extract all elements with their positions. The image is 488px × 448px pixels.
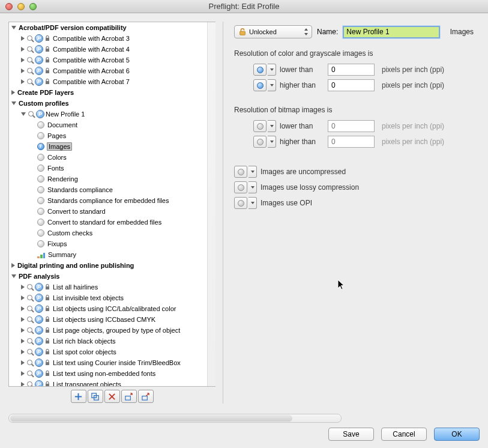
- severity-caret[interactable]: [268, 79, 276, 91]
- severity-picker[interactable]: [253, 120, 267, 132]
- pane-divider[interactable]: [223, 22, 223, 404]
- tree-item[interactable]: PCompatible with Acrobat 3: [9, 33, 207, 44]
- disclosure-triangle-icon[interactable]: [11, 90, 15, 95]
- tree-item[interactable]: PList text using Courier inside Trim/Ble…: [9, 357, 207, 368]
- minimize-button[interactable]: [17, 3, 25, 10]
- tree-item[interactable]: PList objects using ICCbased CMYK: [9, 314, 207, 325]
- duplicate-button[interactable]: [88, 390, 103, 403]
- tree-item-label: Images: [47, 142, 72, 151]
- tree-item[interactable]: Summary: [9, 249, 207, 260]
- tree-item[interactable]: Document: [9, 120, 207, 130]
- tree-item[interactable]: PList objects using ICC/Lab/calibrated c…: [9, 303, 207, 314]
- section-acrobat-compat[interactable]: Acrobat/PDF version compatibility: [9, 22, 207, 33]
- cancel-button[interactable]: Cancel: [381, 428, 427, 441]
- tree-item[interactable]: Custom checks: [9, 228, 207, 238]
- tree-item[interactable]: PList text using non-embedded fonts: [9, 368, 207, 379]
- tree-item[interactable]: Fonts: [9, 163, 207, 174]
- tree-item[interactable]: Pages: [9, 130, 207, 141]
- tree-item[interactable]: PCompatible with Acrobat 6: [9, 65, 207, 76]
- tree-item[interactable]: PList invisible text objects: [9, 292, 207, 303]
- unit-label: pixels per inch (ppi): [382, 138, 444, 146]
- lock-icon: [44, 78, 51, 85]
- disclosure-triangle-icon[interactable]: [21, 317, 25, 322]
- tree-item[interactable]: PCompatible with Acrobat 4: [9, 44, 207, 55]
- disclosure-triangle-icon[interactable]: [21, 36, 25, 41]
- save-button[interactable]: Save: [328, 428, 374, 441]
- tree-item[interactable]: PList spot color objects: [9, 347, 207, 357]
- lock-icon: [44, 35, 51, 42]
- severity-picker[interactable]: [253, 136, 267, 148]
- svg-rect-17: [75, 396, 82, 397]
- profile-tree[interactable]: Acrobat/PDF version compatibilityPCompat…: [8, 22, 215, 387]
- tree-item[interactable]: PList all hairlines: [9, 282, 207, 292]
- tree-item[interactable]: Images: [9, 141, 207, 152]
- severity-picker[interactable]: [234, 181, 247, 193]
- tree-item[interactable]: Convert to standard: [9, 206, 207, 217]
- color-higher-input[interactable]: [328, 79, 375, 91]
- section-create-layers[interactable]: Create PDF layers: [9, 87, 207, 98]
- section-digital-printing[interactable]: Digital printing and online publishing: [9, 260, 207, 271]
- disclosure-triangle-icon[interactable]: [21, 47, 25, 52]
- color-lower-input[interactable]: [328, 64, 375, 76]
- lock-icon: [44, 56, 51, 64]
- disclosure-triangle-icon[interactable]: [21, 68, 25, 73]
- disclosure-triangle-icon[interactable]: [21, 58, 25, 62]
- tree-item-label: Compatible with Acrobat 5: [52, 56, 130, 64]
- severity-picker[interactable]: [234, 166, 247, 178]
- tree-item[interactable]: Standards compliance: [9, 184, 207, 195]
- disclosure-triangle-icon[interactable]: [11, 101, 16, 105]
- bitmap-lower-input[interactable]: [328, 120, 375, 132]
- disclosure-triangle-icon[interactable]: [21, 79, 25, 84]
- disclosure-triangle-icon[interactable]: [21, 295, 25, 300]
- profile-name-input[interactable]: [343, 26, 440, 38]
- disclosure-triangle-icon[interactable]: [21, 306, 25, 311]
- profile-new-profile-1[interactable]: PNew Profile 1: [9, 109, 207, 120]
- tree-item[interactable]: PList transparent objects: [9, 379, 207, 387]
- ok-button[interactable]: OK: [434, 428, 480, 441]
- color-resolution-heading: Resolution of color and grayscale images…: [234, 49, 476, 58]
- zoom-button[interactable]: [29, 3, 37, 10]
- disclosure-triangle-icon[interactable]: [11, 274, 16, 278]
- delete-button[interactable]: [104, 390, 120, 403]
- severity-caret[interactable]: [249, 197, 257, 209]
- tree-item[interactable]: PList rich black objects: [9, 336, 207, 347]
- disclosure-triangle-icon[interactable]: [11, 263, 15, 268]
- tree-item[interactable]: PCompatible with Acrobat 5: [9, 55, 207, 65]
- section-pdf-analysis[interactable]: PDF analysis: [9, 271, 207, 282]
- disclosure-triangle-icon[interactable]: [21, 360, 25, 365]
- close-button[interactable]: [5, 3, 13, 10]
- tree-item[interactable]: Standards compliance for embedded files: [9, 195, 207, 206]
- tree-item[interactable]: PList page objects, grouped by type of o…: [9, 325, 207, 336]
- disclosure-triangle-icon[interactable]: [21, 112, 26, 116]
- import-button[interactable]: [121, 390, 137, 403]
- disclosure-triangle-icon[interactable]: [21, 285, 25, 289]
- severity-picker[interactable]: [253, 64, 267, 76]
- tree-item[interactable]: PCompatible with Acrobat 7: [9, 76, 207, 87]
- horizontal-scrollbar[interactable]: [8, 414, 342, 423]
- disclosure-triangle-icon[interactable]: [21, 350, 25, 354]
- section-custom-profiles[interactable]: Custom profiles: [9, 98, 207, 109]
- severity-picker[interactable]: [234, 197, 247, 209]
- add-button[interactable]: [71, 390, 86, 403]
- tree-item[interactable]: Convert to standard for embedded files: [9, 217, 207, 228]
- disclosure-triangle-icon[interactable]: [21, 339, 25, 344]
- lock-state-select[interactable]: Unlocked: [234, 25, 312, 38]
- tree-item[interactable]: Fixups: [9, 238, 207, 249]
- severity-caret[interactable]: [268, 120, 276, 132]
- disclosure-triangle-icon[interactable]: [11, 26, 16, 29]
- disclosure-triangle-icon[interactable]: [21, 328, 25, 333]
- export-button[interactable]: [138, 390, 154, 403]
- disclosure-triangle-icon[interactable]: [21, 371, 25, 376]
- severity-caret[interactable]: [268, 136, 276, 148]
- severity-picker[interactable]: [253, 79, 267, 91]
- severity-caret[interactable]: [249, 181, 257, 193]
- disclosure-triangle-icon[interactable]: [21, 382, 25, 387]
- profile-icon: P: [35, 45, 43, 53]
- tree-item[interactable]: Colors: [9, 152, 207, 163]
- tree-item[interactable]: Rendering: [9, 174, 207, 184]
- tree-scrollbar[interactable]: [207, 22, 215, 386]
- lock-icon: [44, 381, 51, 387]
- severity-caret[interactable]: [268, 64, 276, 76]
- bitmap-higher-input[interactable]: [328, 136, 375, 148]
- severity-caret[interactable]: [249, 166, 257, 178]
